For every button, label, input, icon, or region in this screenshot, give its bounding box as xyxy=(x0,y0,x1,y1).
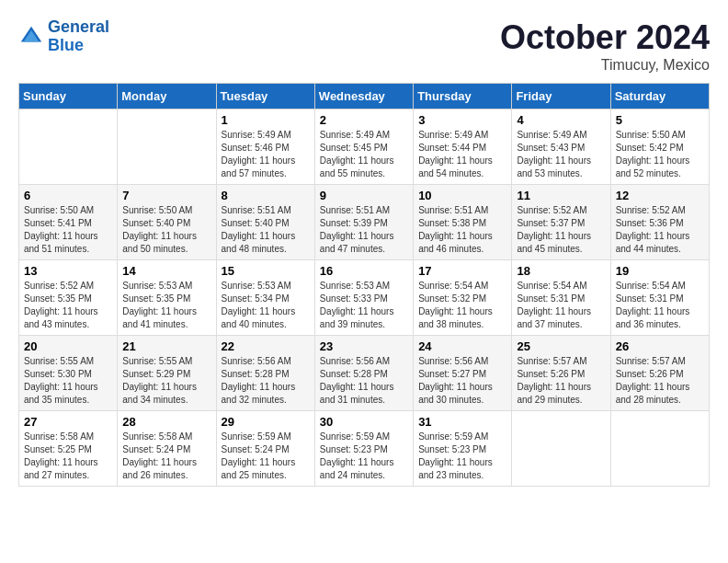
calendar-cell: 14Sunrise: 5:53 AMSunset: 5:35 PMDayligh… xyxy=(118,260,216,336)
calendar-cell: 20Sunrise: 5:55 AMSunset: 5:30 PMDayligh… xyxy=(19,336,118,411)
logo-blue: Blue xyxy=(48,36,84,54)
day-info: Sunrise: 5:58 AMSunset: 5:24 PMDaylight:… xyxy=(122,431,210,482)
day-info: Sunrise: 5:53 AMSunset: 5:33 PMDaylight:… xyxy=(320,280,408,331)
col-thursday: Thursday xyxy=(414,84,512,109)
calendar-cell: 4Sunrise: 5:49 AMSunset: 5:43 PMDaylight… xyxy=(512,109,610,185)
calendar-cell: 26Sunrise: 5:57 AMSunset: 5:26 PMDayligh… xyxy=(610,336,709,411)
logo: General Blue xyxy=(18,18,109,55)
calendar-cell: 28Sunrise: 5:58 AMSunset: 5:24 PMDayligh… xyxy=(118,411,216,487)
calendar-cell: 19Sunrise: 5:54 AMSunset: 5:31 PMDayligh… xyxy=(610,260,709,336)
calendar-cell: 16Sunrise: 5:53 AMSunset: 5:33 PMDayligh… xyxy=(314,260,413,336)
day-number: 3 xyxy=(418,113,506,127)
calendar-cell: 3Sunrise: 5:49 AMSunset: 5:44 PMDaylight… xyxy=(414,109,512,185)
day-info: Sunrise: 5:53 AMSunset: 5:35 PMDaylight:… xyxy=(122,280,210,331)
calendar-cell xyxy=(118,109,216,185)
col-sunday: Sunday xyxy=(19,84,118,109)
calendar-cell: 25Sunrise: 5:57 AMSunset: 5:26 PMDayligh… xyxy=(512,336,610,411)
day-info: Sunrise: 5:52 AMSunset: 5:35 PMDaylight:… xyxy=(24,280,112,331)
calendar-cell: 15Sunrise: 5:53 AMSunset: 5:34 PMDayligh… xyxy=(216,260,314,336)
col-saturday: Saturday xyxy=(610,84,709,109)
day-number: 1 xyxy=(222,113,310,127)
day-info: Sunrise: 5:52 AMSunset: 5:36 PMDaylight:… xyxy=(616,204,704,256)
day-number: 28 xyxy=(122,415,210,429)
day-number: 21 xyxy=(122,339,210,353)
calendar-cell xyxy=(512,411,610,487)
day-info: Sunrise: 5:51 AMSunset: 5:39 PMDaylight:… xyxy=(320,204,408,256)
calendar-cell: 5Sunrise: 5:50 AMSunset: 5:42 PMDaylight… xyxy=(610,109,709,185)
calendar-cell: 10Sunrise: 5:51 AMSunset: 5:38 PMDayligh… xyxy=(414,185,512,260)
day-info: Sunrise: 5:54 AMSunset: 5:31 PMDaylight:… xyxy=(616,280,704,331)
calendar-week-2: 6Sunrise: 5:50 AMSunset: 5:41 PMDaylight… xyxy=(19,185,710,260)
day-number: 29 xyxy=(222,415,310,429)
day-info: Sunrise: 5:56 AMSunset: 5:27 PMDaylight:… xyxy=(418,355,506,407)
day-number: 31 xyxy=(418,415,506,429)
day-number: 7 xyxy=(122,189,210,202)
calendar-cell: 13Sunrise: 5:52 AMSunset: 5:35 PMDayligh… xyxy=(19,260,118,336)
calendar-cell: 24Sunrise: 5:56 AMSunset: 5:27 PMDayligh… xyxy=(414,336,512,411)
day-number: 5 xyxy=(616,113,704,127)
day-number: 20 xyxy=(24,339,112,353)
col-wednesday: Wednesday xyxy=(314,84,413,109)
calendar-cell: 8Sunrise: 5:51 AMSunset: 5:40 PMDaylight… xyxy=(216,185,314,260)
day-info: Sunrise: 5:50 AMSunset: 5:41 PMDaylight:… xyxy=(24,204,112,256)
calendar-cell: 12Sunrise: 5:52 AMSunset: 5:36 PMDayligh… xyxy=(610,185,709,260)
month-title: October 2024 xyxy=(500,18,710,57)
location: Timucuy, Mexico xyxy=(500,57,710,74)
calendar-cell: 31Sunrise: 5:59 AMSunset: 5:23 PMDayligh… xyxy=(414,411,512,487)
day-number: 4 xyxy=(517,113,605,127)
calendar-week-4: 20Sunrise: 5:55 AMSunset: 5:30 PMDayligh… xyxy=(19,336,710,411)
day-info: Sunrise: 5:59 AMSunset: 5:23 PMDaylight:… xyxy=(418,431,506,482)
calendar-cell: 9Sunrise: 5:51 AMSunset: 5:39 PMDaylight… xyxy=(314,185,413,260)
day-number: 23 xyxy=(320,339,408,353)
day-number: 15 xyxy=(222,264,310,278)
day-info: Sunrise: 5:55 AMSunset: 5:29 PMDaylight:… xyxy=(122,355,210,407)
col-friday: Friday xyxy=(512,84,610,109)
calendar-cell: 27Sunrise: 5:58 AMSunset: 5:25 PMDayligh… xyxy=(19,411,118,487)
day-number: 6 xyxy=(24,189,112,202)
logo-icon xyxy=(18,24,44,50)
day-info: Sunrise: 5:49 AMSunset: 5:44 PMDaylight:… xyxy=(418,129,506,180)
day-number: 18 xyxy=(517,264,605,278)
calendar-cell: 2Sunrise: 5:49 AMSunset: 5:45 PMDaylight… xyxy=(314,109,413,185)
day-info: Sunrise: 5:58 AMSunset: 5:25 PMDaylight:… xyxy=(24,431,112,482)
calendar-cell: 11Sunrise: 5:52 AMSunset: 5:37 PMDayligh… xyxy=(512,185,610,260)
day-number: 27 xyxy=(24,415,112,429)
day-info: Sunrise: 5:59 AMSunset: 5:23 PMDaylight:… xyxy=(320,431,408,482)
day-number: 2 xyxy=(320,113,408,127)
header-row: Sunday Monday Tuesday Wednesday Thursday… xyxy=(19,84,710,109)
calendar-cell: 6Sunrise: 5:50 AMSunset: 5:41 PMDaylight… xyxy=(19,185,118,260)
day-number: 11 xyxy=(517,189,605,202)
day-info: Sunrise: 5:55 AMSunset: 5:30 PMDaylight:… xyxy=(24,355,112,407)
day-info: Sunrise: 5:54 AMSunset: 5:31 PMDaylight:… xyxy=(517,280,605,331)
day-info: Sunrise: 5:51 AMSunset: 5:38 PMDaylight:… xyxy=(418,204,506,256)
calendar-cell: 30Sunrise: 5:59 AMSunset: 5:23 PMDayligh… xyxy=(314,411,413,487)
day-info: Sunrise: 5:54 AMSunset: 5:32 PMDaylight:… xyxy=(418,280,506,331)
day-info: Sunrise: 5:49 AMSunset: 5:45 PMDaylight:… xyxy=(320,129,408,180)
title-block: October 2024 Timucuy, Mexico xyxy=(500,18,710,74)
calendar-cell: 17Sunrise: 5:54 AMSunset: 5:32 PMDayligh… xyxy=(414,260,512,336)
day-number: 30 xyxy=(320,415,408,429)
day-info: Sunrise: 5:59 AMSunset: 5:24 PMDaylight:… xyxy=(222,431,310,482)
day-number: 24 xyxy=(418,339,506,353)
day-number: 13 xyxy=(24,264,112,278)
calendar-week-3: 13Sunrise: 5:52 AMSunset: 5:35 PMDayligh… xyxy=(19,260,710,336)
day-number: 9 xyxy=(320,189,408,202)
logo-general: General xyxy=(48,17,109,36)
day-info: Sunrise: 5:56 AMSunset: 5:28 PMDaylight:… xyxy=(320,355,408,407)
calendar-cell xyxy=(610,411,709,487)
calendar-cell: 21Sunrise: 5:55 AMSunset: 5:29 PMDayligh… xyxy=(118,336,216,411)
day-number: 26 xyxy=(616,339,704,353)
calendar-week-5: 27Sunrise: 5:58 AMSunset: 5:25 PMDayligh… xyxy=(19,411,710,487)
day-info: Sunrise: 5:57 AMSunset: 5:26 PMDaylight:… xyxy=(616,355,704,407)
col-tuesday: Tuesday xyxy=(216,84,314,109)
day-info: Sunrise: 5:57 AMSunset: 5:26 PMDaylight:… xyxy=(517,355,605,407)
calendar-cell: 7Sunrise: 5:50 AMSunset: 5:40 PMDaylight… xyxy=(118,185,216,260)
page-header: General Blue October 2024 Timucuy, Mexic… xyxy=(18,18,710,74)
day-number: 19 xyxy=(616,264,704,278)
calendar-cell: 18Sunrise: 5:54 AMSunset: 5:31 PMDayligh… xyxy=(512,260,610,336)
day-number: 10 xyxy=(418,189,506,202)
day-number: 25 xyxy=(517,339,605,353)
day-info: Sunrise: 5:50 AMSunset: 5:40 PMDaylight:… xyxy=(122,204,210,256)
day-info: Sunrise: 5:52 AMSunset: 5:37 PMDaylight:… xyxy=(517,204,605,256)
day-number: 12 xyxy=(616,189,704,202)
